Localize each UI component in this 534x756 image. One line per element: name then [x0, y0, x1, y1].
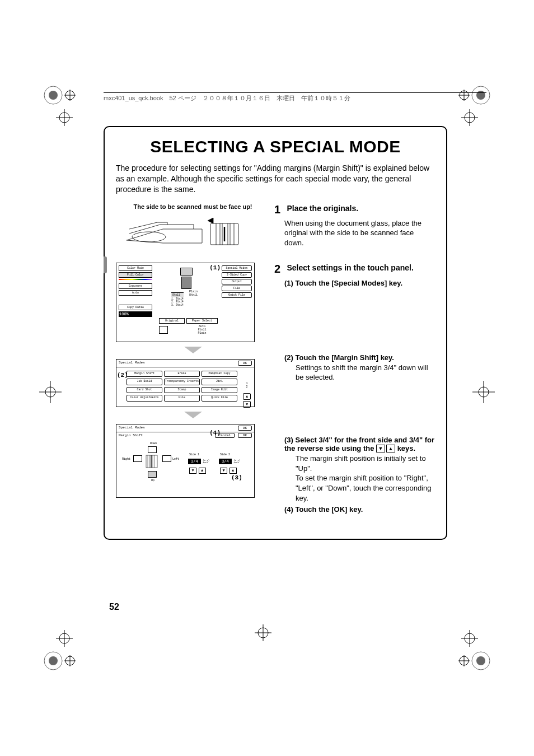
ok-button[interactable]: OK [238, 426, 252, 431]
color-bar-icon [119, 279, 152, 280]
page-title: SELECTING A SPECIAL MODE [116, 137, 435, 156]
range-label: (0~1) inch [203, 459, 209, 464]
callout-3: (3) [231, 474, 242, 481]
preview-page-icon [180, 268, 193, 276]
touchscreen-special-modes: Special Modes OK (2) Margin Shift Erase … [116, 359, 255, 407]
down-arrow-icon [184, 412, 202, 418]
callout-4: (4) [209, 430, 221, 436]
job-build-button[interactable]: Job Build [127, 379, 162, 385]
intro-text: The procedure for selecting settings for… [116, 163, 435, 195]
svg-point-1 [49, 91, 58, 100]
pamphlet-copy-button[interactable]: Pamphlet Copy [202, 371, 237, 377]
content-frame: SELECTING A SPECIAL MODE The procedure f… [104, 126, 447, 540]
margin-shift-button[interactable]: Margin Shift [127, 371, 162, 377]
crop-mark-icon [252, 622, 274, 644]
substep-2-desc: Settings to shift the margin 3/4" down w… [296, 363, 435, 382]
side-2-label: Side 2 [220, 453, 230, 456]
crop-mark-icon [53, 106, 76, 129]
card-shot-button[interactable]: Card Shot [127, 387, 162, 394]
substep-2-number: (2) [284, 353, 293, 362]
step-1-body: When using the document glass, place the… [284, 218, 435, 248]
scroll-down-button[interactable]: ▼ [243, 401, 251, 408]
tray-4-label: 3. 8½x14 [171, 304, 184, 307]
image-edit-button[interactable]: Image Edit [202, 387, 237, 394]
step-1-number: 1 [274, 203, 284, 216]
substep-1-text: Touch the [Special Modes] key. [296, 279, 403, 287]
preview-page-icon [181, 277, 191, 289]
decrease-button[interactable]: ▼ [189, 468, 196, 474]
crop-mark-icon [458, 627, 481, 650]
file-button[interactable]: File [164, 395, 200, 402]
crop-mark-icon [34, 375, 67, 409]
substep-3-desc: The margin shift position is initially s… [296, 454, 435, 503]
step-1-heading: Place the originals. [287, 204, 358, 213]
up-label: Up [151, 479, 154, 482]
output-button[interactable]: Output [222, 279, 252, 284]
svg-point-17 [49, 656, 58, 665]
substep-2-text: Touch the [Margin Shift] key. [296, 353, 394, 362]
scanner-diagram [124, 212, 263, 253]
direction-down-button[interactable] [148, 446, 157, 453]
file-button[interactable]: File [222, 286, 252, 291]
quick-file-button[interactable]: Quick File [222, 292, 252, 298]
full-color-button[interactable]: Full Color [119, 272, 152, 278]
substep-1-number: (1) [284, 279, 293, 287]
substep-3-text-b: keys. [395, 444, 415, 452]
updown-keys-icon: ▼▲ [376, 445, 395, 452]
increase-button[interactable]: ▲ [199, 468, 206, 474]
direction-right-button[interactable] [133, 455, 142, 462]
special-modes-header: Special Modes [119, 361, 145, 366]
crop-mark-icon [467, 375, 500, 409]
plain-size-label: 8½x11 [189, 293, 198, 297]
two-in-one-button[interactable]: 2in1 [202, 379, 237, 385]
exposure-label: Exposure [119, 283, 152, 289]
ok-button[interactable]: OK [238, 361, 252, 366]
callout-2: (2) [117, 372, 128, 379]
ok-button[interactable]: OK [238, 433, 252, 438]
direction-left-button[interactable] [162, 455, 171, 462]
side-1-label: Side 1 [189, 453, 199, 456]
page-indicator: 1 2 [243, 382, 251, 389]
original-icon [159, 326, 168, 334]
substep-4-number: (4) [284, 505, 293, 514]
page-margin-icon [143, 454, 160, 469]
paper-select-button[interactable]: Paper Select [186, 318, 218, 324]
substep-4-text: Touch the [OK] key. [296, 505, 363, 514]
decrease-button[interactable]: ▼ [220, 468, 227, 474]
step-2-heading: Select settings in the touch panel. [287, 263, 413, 272]
side-2-value: 3/4 [219, 459, 232, 464]
substep-3-number: (3) [284, 436, 293, 444]
right-label: Right [122, 458, 130, 461]
callout-1: (1) [209, 264, 221, 271]
touchscreen-margin-shift: Special Modes OK Margin Shift Cancel OK … [116, 424, 255, 498]
svg-point-22 [476, 656, 485, 665]
transparency-inserts-button[interactable]: Transparency Inserts [164, 379, 200, 385]
down-arrow-icon [184, 347, 202, 353]
quick-file-button[interactable]: Quick File [202, 395, 237, 402]
side-1-value: 3/4 [188, 459, 201, 464]
tray-1-label: 8½x11 [171, 292, 184, 297]
left-label: Left [172, 458, 179, 461]
erase-button[interactable]: Erase [164, 371, 200, 377]
color-adjustments-button[interactable]: Color Adjustments [127, 395, 162, 402]
touchscreen-copy: Color Mode Full Color Exposure Auto Copy… [116, 263, 255, 342]
color-mode-label: Color Mode [119, 265, 152, 271]
range-label: (0~1) inch [233, 459, 240, 464]
scanner-caption: The side to be scanned must be face up! [116, 203, 270, 210]
stamp-button[interactable]: Stamp [164, 387, 200, 394]
special-modes-header: Special Modes [119, 426, 145, 431]
special-modes-button[interactable]: Special Modes [222, 265, 252, 271]
copy-ratio-value: 100% [119, 311, 152, 317]
crop-mark-icon [458, 106, 481, 129]
paper-plain-label: Plain [194, 332, 210, 335]
scroll-up-button[interactable]: ▲ [243, 393, 251, 400]
down-label: Down [150, 442, 157, 445]
page-number: 52 [109, 602, 119, 612]
increase-button[interactable]: ▲ [229, 468, 237, 474]
direction-up-button[interactable] [148, 471, 157, 478]
print-header: mxc401_us_qck.book 52 ページ ２００８年１０月１６日 木曜… [104, 92, 486, 102]
original-button[interactable]: Original [159, 318, 185, 324]
exposure-auto-button[interactable]: Auto [119, 290, 152, 296]
margin-shift-header: Margin Shift [119, 433, 143, 437]
two-sided-copy-button[interactable]: 2-Sided Copy [222, 272, 252, 278]
